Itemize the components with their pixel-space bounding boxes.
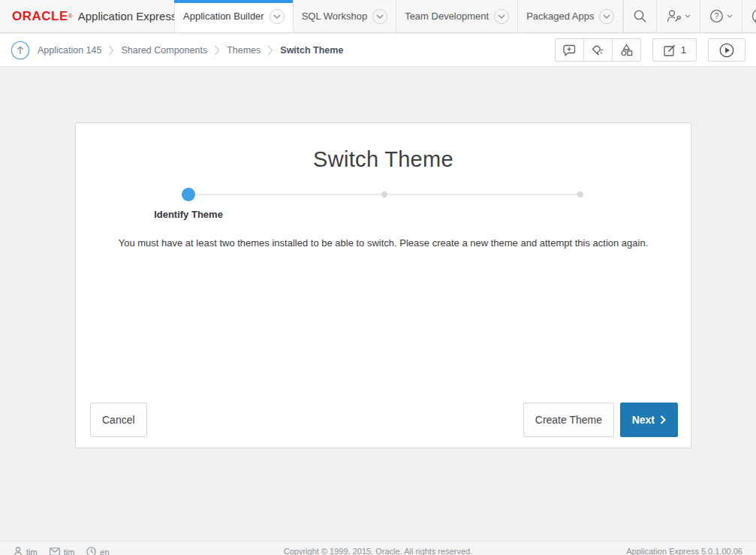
breadcrumb-separator-icon [214,45,220,56]
chevron-down-icon [685,14,691,18]
page-footer: tim tim en Copyright © 1999, 2015, Oracl… [0,541,756,555]
admin-user-wrench-icon [666,9,682,23]
oracle-apex-logo: ORACLE® Application Express [0,0,174,32]
run-application-button[interactable] [708,38,745,62]
user-account-icon [751,8,756,24]
cancel-button[interactable]: Cancel [90,403,147,437]
tab-sql-workshop[interactable]: SQL Workshop [293,0,396,32]
product-name: Application Express [78,10,177,23]
breadcrumb-separator-icon [267,45,273,56]
edit-page-button[interactable]: 1 [652,38,697,62]
help-menu-button[interactable]: ? [700,0,742,32]
switch-theme-wizard-card: Switch Theme Identify Theme You must hav… [75,122,691,448]
next-button[interactable]: Next [620,403,678,437]
breadcrumb-themes[interactable]: Themes [227,45,261,56]
search-button[interactable] [623,0,656,32]
tab-label: Team Development [405,11,489,22]
chevron-down-icon[interactable] [599,9,614,24]
breadcrumb-separator-icon [108,45,114,56]
find-flashlight-button[interactable] [583,38,613,62]
feedback-bubble-icon [562,44,577,57]
shared-components-button[interactable] [612,38,641,62]
feedback-button[interactable] [555,38,584,62]
edit-page-number: 1 [681,44,686,56]
chevron-down-icon[interactable] [372,9,387,24]
page-action-buttons: 1 [555,38,745,62]
edit-pencil-icon [663,44,676,57]
tab-team-development[interactable]: Team Development [396,0,517,32]
tab-label: Packaged Apps [526,11,594,22]
wizard-step-label: Identify Theme [154,209,223,220]
wizard-step-3-dot [577,192,583,198]
wizard-step-1-dot-active [182,188,195,201]
up-level-button[interactable] [11,41,30,60]
breadcrumb-bar: Application 145 Shared Components Themes… [0,34,756,67]
oracle-brand: ORACLE [12,9,68,24]
help-question-icon: ? [709,9,724,23]
top-header-bar: ORACLE® Application Express Application … [0,0,756,33]
breadcrumb: Application 145 Shared Components Themes… [38,45,343,56]
tab-label: SQL Workshop [302,11,367,22]
main-nav-tabs: Application Builder SQL Workshop Team De… [174,0,623,32]
breadcrumb-current-switch-theme: Switch Theme [280,45,343,56]
breadcrumb-application[interactable]: Application 145 [38,45,101,56]
breadcrumb-shared-components[interactable]: Shared Components [121,45,207,56]
chevron-down-icon [727,14,733,18]
shapes-icon [619,43,634,57]
search-icon [633,9,647,23]
tab-application-builder[interactable]: Application Builder [174,0,293,32]
svg-text:?: ? [715,11,719,20]
header-utility-icons: ? [623,0,756,32]
tab-label: Application Builder [183,11,264,22]
wizard-message: You must have at least two themes instal… [76,237,691,249]
registered-mark: ® [68,13,73,20]
administration-menu-button[interactable] [656,0,700,32]
wizard-step-2-dot [381,192,387,198]
create-theme-button[interactable]: Create Theme [523,403,614,437]
flashlight-icon [591,43,605,57]
play-icon [719,43,734,58]
tab-packaged-apps[interactable]: Packaged Apps [517,0,623,32]
account-menu-button[interactable] [742,0,756,32]
next-button-label: Next [632,414,655,426]
page-title: Switch Theme [76,147,691,172]
arrow-up-circle-icon [11,41,30,60]
chevron-down-icon[interactable] [494,9,509,24]
chevron-right-icon [660,415,666,424]
version-text: Application Express 5.0.1.00.06 [626,547,742,555]
chevron-down-icon[interactable] [270,9,285,24]
